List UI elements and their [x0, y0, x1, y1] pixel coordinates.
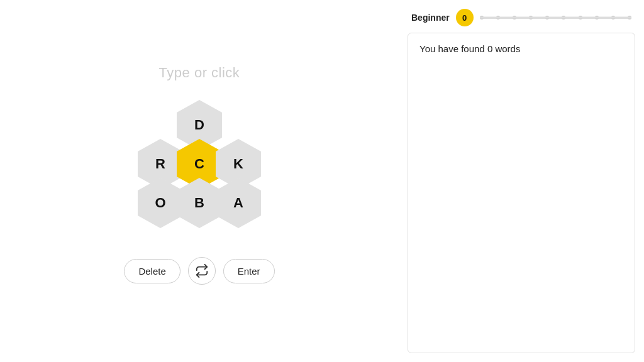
- shuffle-button[interactable]: [188, 257, 216, 285]
- honeycomb: D R C K: [130, 100, 269, 238]
- delete-button[interactable]: Delete: [124, 259, 180, 283]
- shuffle-icon: [195, 264, 209, 278]
- progress-track: [480, 17, 631, 19]
- enter-button[interactable]: Enter: [223, 259, 275, 283]
- hex-wrapper-a: A: [216, 178, 261, 228]
- hex-wrapper-b: B: [177, 178, 222, 228]
- hex-b[interactable]: B: [177, 178, 222, 228]
- progress-line: [480, 17, 631, 19]
- controls: Delete Enter: [124, 257, 274, 285]
- hex-a[interactable]: A: [216, 178, 261, 228]
- level-label: Beginner: [411, 13, 450, 23]
- hex-letter-c: C: [194, 156, 204, 172]
- main-container: Type or click D R C: [0, 0, 644, 362]
- score-bar: Beginner 0: [399, 0, 644, 33]
- right-panel: Beginner 0 You have f: [399, 0, 644, 362]
- words-found-text: You have found 0 words: [419, 43, 520, 54]
- hex-letter-d: D: [194, 117, 204, 133]
- score-badge: 0: [456, 9, 474, 26]
- hex-letter-b: B: [194, 195, 204, 211]
- hex-letter-a: A: [233, 195, 243, 211]
- words-area: You have found 0 words: [408, 33, 635, 353]
- left-panel: Type or click D R C: [0, 0, 399, 362]
- hex-letter-o: O: [155, 195, 165, 211]
- hex-letter-r: R: [155, 156, 165, 172]
- hex-letter-k: K: [233, 156, 243, 172]
- prompt-text: Type or click: [159, 65, 240, 81]
